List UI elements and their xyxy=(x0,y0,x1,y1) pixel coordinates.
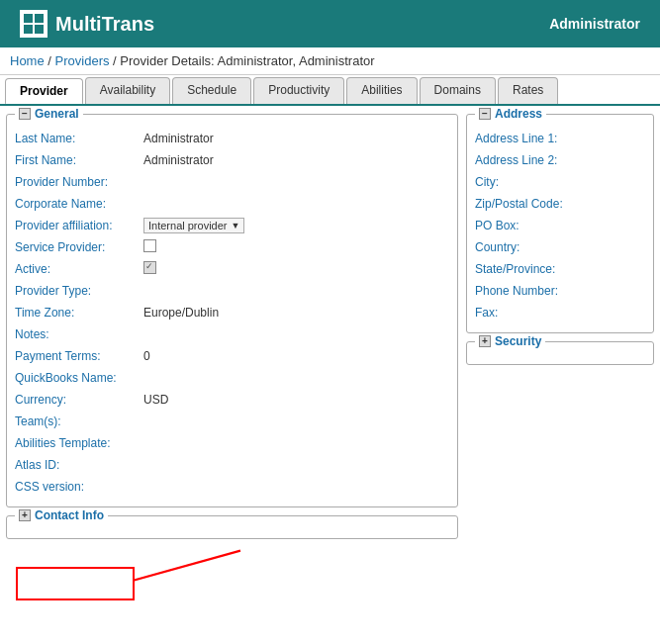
tab-schedule[interactable]: Schedule xyxy=(172,77,251,104)
field-address-line2: Address Line 2: xyxy=(475,150,645,170)
value-first-name: Administrator xyxy=(143,153,449,167)
field-abilities-template: Abilities Template: xyxy=(15,433,449,453)
field-time-zone: Time Zone: Europe/Dublin xyxy=(15,303,449,322)
tab-abilities[interactable]: Abilities xyxy=(346,77,417,104)
security-collapse-btn[interactable]: + xyxy=(479,335,491,347)
svg-rect-1 xyxy=(35,14,44,23)
address-section-body: Address Line 1: Address Line 2: City: Zi… xyxy=(467,115,653,332)
value-active xyxy=(143,261,449,277)
field-atlas-id: Atlas ID: xyxy=(15,455,449,475)
field-address-line1: Address Line 1: xyxy=(475,129,645,148)
field-currency: Currency: USD xyxy=(15,390,449,410)
field-city: City: xyxy=(475,172,645,192)
field-po-box: PO Box: xyxy=(475,216,645,235)
label-notes: Notes: xyxy=(15,327,143,341)
label-active: Active: xyxy=(15,262,143,276)
field-css-version: CSS version: xyxy=(15,477,449,497)
tab-provider[interactable]: Provider xyxy=(5,78,83,105)
label-zip: Zip/Postal Code: xyxy=(475,197,604,211)
breadcrumb-sep1: / xyxy=(47,53,54,68)
value-provider-affiliation[interactable]: Internal provider ▼ xyxy=(143,218,449,233)
app-name: MultiTrans xyxy=(55,13,154,36)
label-state-province: State/Province: xyxy=(475,262,604,276)
label-city: City: xyxy=(475,175,604,189)
label-css-version: CSS version: xyxy=(15,480,143,494)
value-currency: USD xyxy=(143,393,449,407)
svg-rect-3 xyxy=(35,25,44,34)
label-country: Country: xyxy=(475,240,604,254)
label-po-box: PO Box: xyxy=(475,219,604,232)
affiliation-select[interactable]: Internal provider ▼ xyxy=(143,218,244,233)
annotation-red-box xyxy=(16,567,135,600)
label-address-line1: Address Line 1: xyxy=(475,132,604,145)
tab-productivity[interactable]: Productivity xyxy=(253,77,344,104)
field-corporate-name: Corporate Name: xyxy=(15,194,449,214)
logo-icon xyxy=(20,10,47,38)
right-panel: − Address Address Line 1: Address Line 2… xyxy=(466,114,654,610)
field-payment-terms: Payment Terms: 0 xyxy=(15,346,449,366)
svg-rect-2 xyxy=(24,25,33,34)
annotation-container xyxy=(6,541,458,610)
general-title-label: General xyxy=(35,107,79,121)
tab-domains[interactable]: Domains xyxy=(420,77,496,104)
breadcrumb-home[interactable]: Home xyxy=(10,53,45,68)
label-provider-number: Provider Number: xyxy=(15,175,143,189)
label-phone-number: Phone Number: xyxy=(475,284,604,298)
value-time-zone: Europe/Dublin xyxy=(143,306,449,320)
general-section-title: − General xyxy=(15,107,83,121)
label-corporate-name: Corporate Name: xyxy=(15,197,143,211)
field-provider-type: Provider Type: xyxy=(15,281,449,301)
general-section-body: Last Name: Administrator First Name: Adm… xyxy=(7,115,457,506)
field-first-name: First Name: Administrator xyxy=(15,150,449,170)
label-provider-affiliation: Provider affiliation: xyxy=(15,219,143,232)
label-time-zone: Time Zone: xyxy=(15,306,143,320)
field-active: Active: xyxy=(15,259,449,279)
field-state-province: State/Province: xyxy=(475,259,645,279)
address-section: − Address Address Line 1: Address Line 2… xyxy=(466,114,654,333)
label-currency: Currency: xyxy=(15,393,143,407)
field-zip: Zip/Postal Code: xyxy=(475,194,645,214)
field-phone-number: Phone Number: xyxy=(475,281,645,301)
active-checkbox[interactable] xyxy=(143,261,156,274)
field-teams: Team(s): xyxy=(15,412,449,431)
label-first-name: First Name: xyxy=(15,153,143,167)
current-user: Administrator xyxy=(549,16,640,32)
breadcrumb-current: Provider Details: Administrator, Adminis… xyxy=(120,53,374,68)
field-quickbooks-name: QuickBooks Name: xyxy=(15,368,449,388)
label-teams: Team(s): xyxy=(15,414,143,428)
breadcrumb: Home / Providers / Provider Details: Adm… xyxy=(0,47,660,75)
security-section: + Security xyxy=(466,341,654,365)
contact-info-section: + Contact Info xyxy=(6,515,458,539)
address-collapse-btn[interactable]: − xyxy=(479,108,491,120)
contact-info-title: + Contact Info xyxy=(15,508,108,522)
label-atlas-id: Atlas ID: xyxy=(15,458,143,472)
breadcrumb-providers[interactable]: Providers xyxy=(55,53,110,68)
service-provider-checkbox[interactable] xyxy=(143,239,156,252)
value-service-provider xyxy=(143,239,449,255)
tab-rates[interactable]: Rates xyxy=(498,77,558,104)
app-header: MultiTrans Administrator xyxy=(0,0,660,47)
contact-info-label: Contact Info xyxy=(35,508,104,522)
label-fax: Fax: xyxy=(475,306,604,320)
label-address-line2: Address Line 2: xyxy=(475,153,604,167)
main-content: − General Last Name: Administrator First… xyxy=(0,106,660,618)
field-fax: Fax: xyxy=(475,303,645,322)
field-notes: Notes: xyxy=(15,324,449,344)
general-collapse-btn[interactable]: − xyxy=(19,108,31,120)
affiliation-select-arrow: ▼ xyxy=(232,221,240,230)
value-last-name: Administrator xyxy=(143,132,449,145)
tab-bar: Provider Availability Schedule Productiv… xyxy=(0,77,660,106)
label-last-name: Last Name: xyxy=(15,132,143,145)
field-provider-number: Provider Number: xyxy=(15,172,449,192)
breadcrumb-sep2: / xyxy=(113,53,117,68)
tab-availability[interactable]: Availability xyxy=(85,77,170,104)
address-title-label: Address xyxy=(495,107,542,121)
label-service-provider: Service Provider: xyxy=(15,240,143,254)
contact-info-collapse-btn[interactable]: + xyxy=(19,509,31,521)
label-payment-terms: Payment Terms: xyxy=(15,349,143,363)
address-section-title: − Address xyxy=(475,107,546,121)
general-section: − General Last Name: Administrator First… xyxy=(6,114,458,507)
security-section-title: + Security xyxy=(475,334,545,348)
value-payment-terms: 0 xyxy=(143,349,449,363)
security-title-label: Security xyxy=(495,334,541,348)
